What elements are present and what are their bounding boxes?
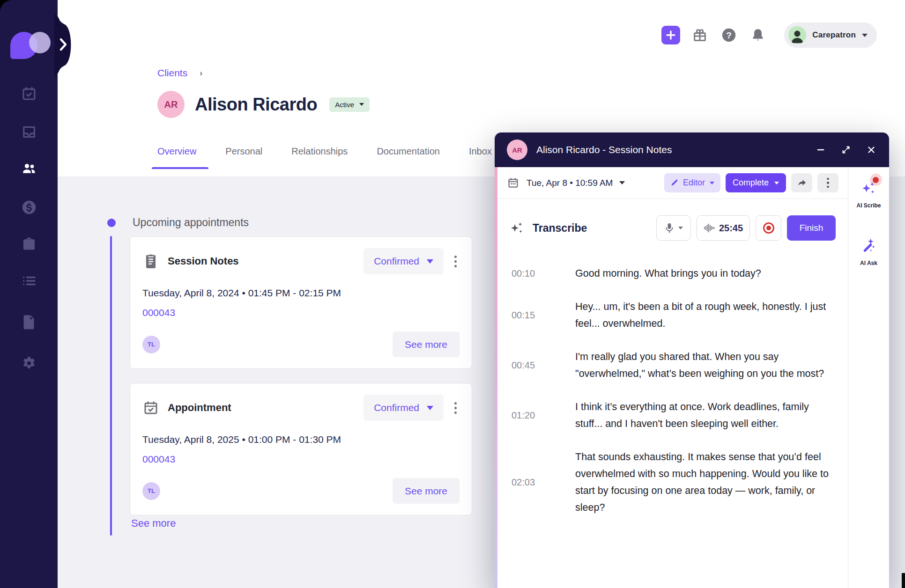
sidebar-item-templates[interactable]: [0, 309, 58, 334]
tab-documentation[interactable]: Documentation: [377, 146, 440, 169]
tab-inbox[interactable]: Inbox: [469, 146, 492, 169]
logo-shape-secondary: [29, 32, 51, 53]
breadcrumb: Clients ›: [157, 67, 202, 79]
microphone-icon: [665, 222, 674, 234]
ai-ask-button[interactable]: AI Ask: [859, 235, 879, 266]
close-icon: [867, 146, 875, 154]
appointment-reference-link[interactable]: 000043: [142, 454, 175, 465]
sidebar-item-settings[interactable]: [0, 351, 58, 375]
see-more-button[interactable]: See more: [393, 331, 460, 357]
section-title: Upcoming appointments: [133, 216, 249, 229]
appointment-card-session-notes: Session Notes Confirmed Tuesday, April 8…: [130, 236, 472, 369]
microphone-select-button[interactable]: [656, 215, 691, 241]
sidebar-item-services[interactable]: [0, 232, 58, 256]
help-button[interactable]: ?: [720, 26, 738, 44]
expand-button[interactable]: [840, 144, 852, 155]
tab-overview[interactable]: Overview: [157, 146, 196, 169]
editor-label: Editor: [683, 178, 705, 188]
waveform-icon: [704, 223, 715, 233]
transcript-entry: 02:03 That sounds exhausting. It makes s…: [512, 448, 838, 516]
expand-icon: [841, 145, 851, 154]
sidebar-item-inbox[interactable]: [0, 120, 58, 144]
breadcrumb-clients[interactable]: Clients: [157, 67, 187, 79]
plus-icon: [666, 30, 676, 40]
transcript-timestamp: 01:20: [512, 410, 541, 421]
appointment-datetime: Tuesday, April 8, 2025 • 01:00 PM - 01:3…: [142, 434, 460, 445]
record-button[interactable]: [756, 215, 781, 241]
transcript-timestamp: 02:03: [512, 477, 541, 488]
transcript-text[interactable]: I'm really glad you shared that. When yo…: [575, 348, 838, 382]
card-menu-button[interactable]: [451, 252, 460, 271]
transcript-timestamp: 00:10: [512, 268, 541, 279]
note-main: Tue, Apr 8 • 10:59 AM Editor Complete: [497, 167, 848, 588]
status-value: Confirmed: [374, 402, 419, 413]
sidebar-item-clients[interactable]: [0, 156, 58, 181]
tab-personal[interactable]: Personal: [225, 146, 262, 169]
carepatron-logo: [10, 32, 50, 60]
upcoming-appointments-header: Upcoming appointments: [107, 216, 249, 229]
transcript-text[interactable]: Good morning. What brings you in today?: [575, 265, 838, 282]
transcript-text[interactable]: I think it’s everything at once. Work de…: [575, 398, 838, 432]
status-value: Confirmed: [374, 256, 419, 267]
complete-label: Complete: [733, 178, 769, 188]
account-name: Carepatron: [812, 30, 856, 40]
tab-relationships[interactable]: Relationships: [291, 146, 348, 169]
section-see-more-link[interactable]: See more: [131, 517, 176, 529]
card-menu-button[interactable]: [451, 398, 460, 417]
status-dropdown[interactable]: Confirmed: [363, 395, 444, 421]
dollar-icon: [21, 199, 37, 216]
editor-mode-button[interactable]: Editor: [664, 173, 720, 192]
minimize-icon: [816, 146, 825, 154]
chevron-right-icon: [59, 37, 67, 51]
session-notes-modal: AR Alison Ricardo - Session Notes Tue, A…: [495, 132, 889, 588]
transcript-text[interactable]: Hey... um, it's been a bit of a rough we…: [575, 298, 838, 332]
status-dropdown[interactable]: Confirmed: [363, 248, 444, 274]
card-title: Appointment: [168, 402, 231, 414]
see-more-button[interactable]: See more: [393, 478, 460, 504]
create-new-button[interactable]: [661, 26, 680, 44]
expand-tab-shape: [54, 13, 81, 77]
note-toolbar: Tue, Apr 8 • 10:59 AM Editor Complete: [497, 167, 848, 199]
page-title: Alison Ricardo: [195, 95, 317, 115]
rewards-button[interactable]: [690, 26, 709, 44]
transcript-timestamp: 00:45: [512, 360, 541, 371]
chevron-down-icon: [678, 227, 683, 229]
client-avatar: AR: [157, 91, 185, 118]
assignee-avatar: TL: [142, 336, 160, 353]
ai-tools-rail: AI Scribe AI Ask: [848, 167, 889, 588]
sidebar: [0, 0, 58, 588]
sidebar-item-calendar[interactable]: [0, 81, 58, 106]
client-avatar: AR: [507, 140, 527, 160]
transcript-text[interactable]: That sounds exhausting. It makes sense t…: [575, 448, 838, 516]
chevron-down-icon: [710, 182, 714, 184]
client-title-row: AR Alison Ricardo Active: [157, 91, 370, 118]
ai-scribe-button[interactable]: AI Scribe: [856, 177, 881, 209]
share-button[interactable]: [791, 173, 812, 192]
top-actions: ? Carepatron: [661, 22, 877, 48]
more-options-button[interactable]: [817, 173, 838, 192]
card-title: Session Notes: [168, 255, 239, 267]
modal-header[interactable]: AR Alison Ricardo - Session Notes: [495, 132, 889, 167]
sidebar-item-billing[interactable]: [0, 195, 58, 220]
timer-value: 25:45: [719, 223, 743, 234]
notifications-button[interactable]: [749, 26, 767, 44]
sidebar-expand-handle[interactable]: [54, 13, 81, 77]
chevron-down-icon: [359, 103, 364, 106]
transcribe-bar: Transcribe 25:45 Finish: [497, 215, 848, 241]
note-datetime-dropdown[interactable]: Tue, Apr 8 • 10:59 AM: [527, 178, 613, 188]
magic-wand-icon: [861, 237, 877, 253]
minimize-button[interactable]: [815, 144, 826, 155]
complete-button[interactable]: Complete: [726, 173, 786, 192]
sidebar-item-tasks[interactable]: [0, 269, 58, 293]
assignee-avatar: TL: [142, 482, 160, 500]
chevron-down-icon: [774, 182, 779, 184]
document-icon: [21, 313, 37, 330]
client-status-badge[interactable]: Active: [329, 97, 370, 112]
help-icon: ?: [721, 27, 737, 43]
ai-scribe-label: AI Scribe: [856, 202, 881, 209]
edge-artifact: [902, 573, 905, 588]
appointment-reference-link[interactable]: 000043: [142, 307, 175, 318]
finish-button[interactable]: Finish: [787, 215, 836, 241]
close-button[interactable]: [866, 144, 877, 155]
account-menu[interactable]: Carepatron: [784, 22, 877, 48]
